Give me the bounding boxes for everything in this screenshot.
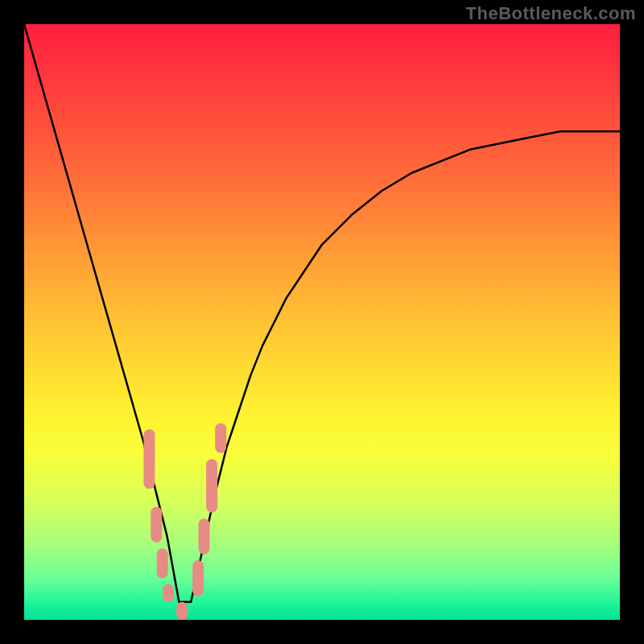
curve-marker — [151, 506, 162, 542]
curve-marker — [157, 548, 168, 578]
watermark: TheBottleneck.com — [466, 3, 636, 24]
bottleneck-curve-svg — [24, 24, 620, 620]
curve-marker — [199, 518, 210, 554]
plot-area — [24, 24, 620, 620]
chart-frame: TheBottleneck.com — [0, 0, 644, 644]
bottleneck-curve — [24, 24, 620, 602]
curve-marker — [215, 423, 226, 453]
curve-marker — [176, 602, 188, 620]
curve-marker — [206, 459, 217, 513]
curve-marker — [192, 560, 204, 596]
marker-group — [143, 423, 226, 620]
curve-marker — [163, 584, 174, 602]
curve-marker — [143, 429, 155, 489]
